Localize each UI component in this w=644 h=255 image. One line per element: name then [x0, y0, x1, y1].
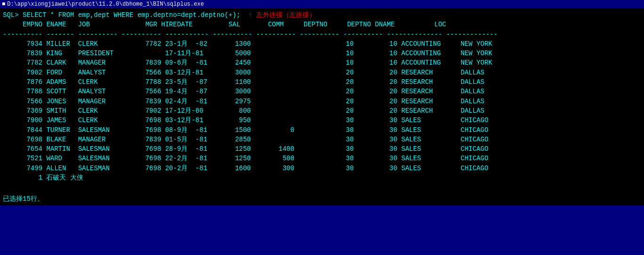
- table-row: 7782 CLARK MANAGER 7839 09-6月 -81 2450 1…: [3, 58, 641, 67]
- table-row: 7902 FORD ANALYST 7566 03-12月-81 3000 20…: [3, 68, 641, 77]
- table-row: 7839 KING PRESIDENT 17-11月-81 5000 10 10…: [3, 49, 641, 58]
- annotation-text: 左外连接（左连接）: [256, 10, 316, 20]
- table-row: 7900 JAMES CLERK 7698 03-12月-81 950 30 3…: [3, 115, 641, 125]
- blank-line: [3, 182, 641, 192]
- table-row: 7499 ALLEN SALESMAN 7698 20-2月 -81 1600 …: [3, 164, 641, 173]
- table-row: 7788 SCOTT ANALYST 7566 19-4月 -87 3000 2…: [3, 87, 641, 96]
- annotation-arrow: ↑: [248, 10, 256, 20]
- table-row: 7521 WARD SALESMAN 7698 22-2月 -81 1250 5…: [3, 154, 641, 163]
- table-row: 7876 ADAMS CLERK 7788 23-5月 -87 1100 20 …: [3, 77, 641, 87]
- table-rows: 7934 MILLER CLERK 7782 23-1月 -82 1300 10…: [3, 39, 641, 182]
- table-row: 7844 TURNER SALESMAN 7698 08-9月 -81 1500…: [3, 125, 641, 135]
- status-line: 已选择15行。: [3, 194, 641, 204]
- title-bar-path: D:\app\xiongjiawei\product\11.2.0\dbhome…: [7, 1, 204, 8]
- extra-row: 1 石破天 大侠: [3, 173, 641, 182]
- sql-query-line: SQL> SELECT * FROM emp,dept WHERE emp.de…: [3, 10, 641, 20]
- title-bar-icon: ■: [2, 1, 5, 8]
- table-row: 7369 SMITH CLERK 7902 17-12月-80 800 20 2…: [3, 106, 641, 115]
- divider-row: ---------- ------- ---------- ----------…: [3, 30, 641, 39]
- table-row: 7566 JONES MANAGER 7839 02-4月 -81 2975 2…: [3, 97, 641, 106]
- column-headers: EMPNO ENAME JOB MGR HIREDATE SAL COMM DE…: [3, 20, 641, 29]
- table-row: 7934 MILLER CLERK 7782 23-1月 -82 1300 10…: [3, 39, 641, 49]
- sql-prompt: SQL>: [3, 10, 23, 20]
- table-row: 7698 BLAKE MANAGER 7839 01-5月 -81 2850 3…: [3, 135, 641, 144]
- title-bar: ■ D:\app\xiongjiawei\product\11.2.0\dbho…: [0, 0, 644, 8]
- annotation-spacer: [240, 10, 248, 20]
- sql-query: SELECT * FROM emp,dept WHERE emp.deptno=…: [23, 10, 240, 20]
- table-row: 7654 MARTIN SALESMAN 7698 28-9月 -81 1250…: [3, 144, 641, 154]
- terminal: SQL> SELECT * FROM emp,dept WHERE emp.de…: [0, 8, 644, 206]
